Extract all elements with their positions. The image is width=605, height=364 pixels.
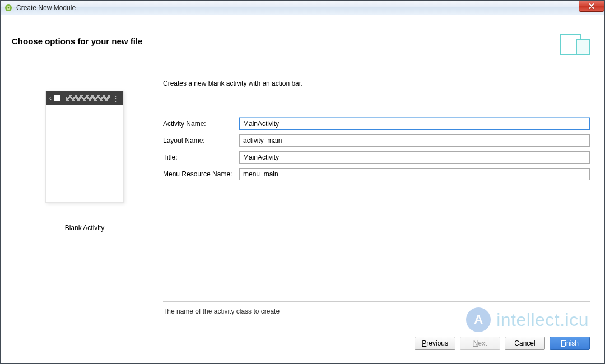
page-heading: Choose options for your new file: [12, 36, 142, 46]
title-placeholder-icon: [66, 95, 110, 101]
dialog-content: Choose options for your new file ‹: [6, 21, 599, 358]
app-icon: [4, 3, 13, 12]
label-layout-name: Layout Name:: [163, 137, 239, 144]
devices-icon: [560, 34, 591, 57]
window-title: Create New Module: [16, 4, 76, 12]
field-hint: The name of the activity class to create: [163, 301, 590, 315]
next-button: Next: [460, 337, 500, 350]
previous-button[interactable]: Previous: [415, 337, 455, 350]
svg-rect-4: [576, 40, 590, 55]
input-activity-name[interactable]: [239, 118, 590, 130]
input-title[interactable]: [239, 151, 590, 164]
label-activity-name: Activity Name:: [163, 120, 239, 128]
input-layout-name[interactable]: [239, 134, 590, 147]
template-caption: Blank Activity: [65, 224, 105, 232]
svg-point-2: [8, 7, 10, 8]
finish-button[interactable]: Finish: [550, 337, 590, 350]
window-close-button[interactable]: [579, 1, 604, 12]
template-preview: ‹ ⋮: [45, 91, 124, 203]
preview-actionbar: ‹ ⋮: [46, 91, 123, 105]
back-chevron-icon: ‹: [49, 94, 52, 102]
input-menu-resource[interactable]: [239, 168, 590, 180]
titlebar[interactable]: Create New Module: [1, 1, 604, 15]
label-menu-resource: Menu Resource Name:: [163, 170, 239, 178]
label-title: Title:: [163, 153, 239, 161]
dialog-window: Create New Module Choose options for you…: [0, 0, 605, 364]
overflow-menu-icon: ⋮: [112, 94, 120, 102]
template-description: Creates a new blank activity with an act…: [163, 80, 590, 87]
cancel-button[interactable]: Cancel: [505, 337, 545, 350]
app-square-icon: [54, 95, 61, 101]
